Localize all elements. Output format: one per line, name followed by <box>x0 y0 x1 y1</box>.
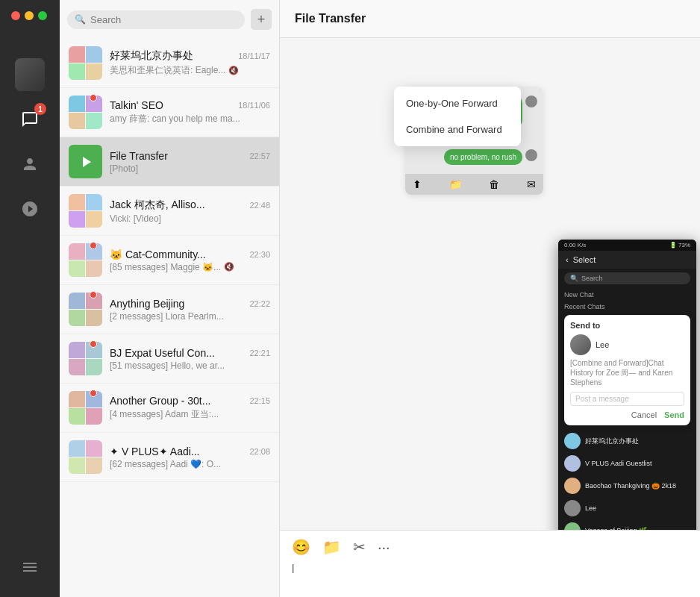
phone-status-bar: 0.00 K/s 🔋 73% <box>558 240 696 251</box>
user-avatar[interactable] <box>15 60 45 90</box>
chat-name-6: Anything Beijing <box>110 298 184 310</box>
search-input[interactable] <box>90 14 237 25</box>
chat-time-8: 22:15 <box>249 396 270 405</box>
chat-item-file-transfer[interactable]: File Transfer 22:57 [Photo] <box>60 137 279 187</box>
chat-info-4: Jack 柯杰奇, Alliso... 22:48 Vicki: [Video] <box>110 199 270 224</box>
chat-info-7: BJ Expat Useful Con... 22:21 [51 message… <box>110 347 270 371</box>
add-chat-button[interactable]: + <box>251 9 272 30</box>
chat-time-1: 18/11/17 <box>238 51 270 60</box>
msg-action-delete[interactable]: 🗑 <box>489 178 499 190</box>
chat-name-4: Jack 柯杰奇, Alliso... <box>110 199 205 212</box>
phone-status-text: 0.00 K/s <box>564 242 586 249</box>
page-title: File Transfer <box>295 12 366 25</box>
more-button[interactable]: ··· <box>378 539 390 556</box>
file-transfer-avatar <box>69 145 102 178</box>
chat-item-4[interactable]: Jack 柯杰奇, Alliso... 22:48 Vicki: [Video] <box>60 187 279 236</box>
send-to-dialog: Send to Lee [Combine and Forward]Chat Hi… <box>564 315 690 425</box>
bottom-toolbar: 😊 📁 ✂ ··· | <box>280 530 700 597</box>
phone-search-icon: 🔍 <box>570 275 578 282</box>
chat-time-2: 18/11/06 <box>238 101 270 110</box>
avatar-7 <box>69 342 102 375</box>
phone-battery: 🔋 73% <box>669 242 690 249</box>
chat-info-8: Another Group - 30t... 22:15 [4 messages… <box>110 395 270 421</box>
app-container: 1 🔍 <box>0 0 700 597</box>
chat-list-panel: 🔍 + 好莱坞北京办事处 18/11/17 美思和歪果仁说英语: <box>60 0 280 597</box>
phone-nav-label: Select <box>573 255 596 264</box>
avatar-6 <box>69 293 102 326</box>
avatar-8 <box>69 391 102 425</box>
send-to-cancel-button[interactable]: Cancel <box>631 410 657 419</box>
avatar-9 <box>69 440 102 474</box>
chat-item-8[interactable]: Another Group - 30t... 22:15 [4 messages… <box>60 384 279 433</box>
chat-item-9[interactable]: ✦ V PLUS✦ Aadi... 22:08 [62 messages] Aa… <box>60 433 279 482</box>
chat-name-5: 🐱 Cat-Community... <box>110 249 206 260</box>
phone-chat-item-4[interactable]: Lee <box>558 497 696 519</box>
msg-action-email[interactable]: ✉ <box>527 178 536 190</box>
file-transfer-icon-svg <box>77 153 95 171</box>
phone-search-placeholder: Search <box>581 275 603 282</box>
phone-screen-overlay: 0.00 K/s 🔋 73% ‹ Select 🔍 Search New Cha… <box>558 240 696 530</box>
phone-search-bar[interactable]: 🔍 Search <box>564 272 690 284</box>
phone-chat-name-2: V PLUS Aadi Guestlist <box>585 460 652 467</box>
chat-preview-4: Vicki: [Video] <box>110 213 161 224</box>
sidebar-item-contacts[interactable] <box>15 149 45 179</box>
chat-info-2: Talkin' SEO 18/11/06 amy 薛蔷: can you hel… <box>110 99 270 125</box>
phone-chat-item-5[interactable]: Vegans of Beijing 🌿 <box>558 519 696 530</box>
send-to-contact-row: Lee <box>570 334 684 355</box>
send-to-avatar <box>570 334 591 355</box>
folder-button[interactable]: 📁 <box>322 538 341 556</box>
traffic-lights <box>11 11 47 20</box>
chat-item-1[interactable]: 好莱坞北京办事处 18/11/17 美思和歪果仁说英语: Eagle... 🔇 <box>60 39 279 88</box>
phone-chat-list: 好莱坞北京办事处 V PLUS Aadi Guestlist Baochao T… <box>558 428 696 530</box>
main-content: File Transfer One-by-One Forward Combine… <box>280 0 700 597</box>
send-to-contact-name: Lee <box>596 340 609 349</box>
chat-info-9: ✦ V PLUS✦ Aadi... 22:08 [62 messages] Aa… <box>110 446 270 469</box>
phone-chat-item-3[interactable]: Baochao Thankgiving 🎃 2k18 <box>558 475 696 497</box>
chat-time-3: 22:57 <box>249 151 270 160</box>
chat-name-2: Talkin' SEO <box>110 99 163 111</box>
search-icon: 🔍 <box>75 14 86 25</box>
chat-item-2[interactable]: Talkin' SEO 18/11/06 amy 薛蔷: can you hel… <box>60 88 279 137</box>
send-to-description: [Combine and Forward]Chat History for Zo… <box>570 358 684 387</box>
forward-menu-item-one-by-one[interactable]: One-by-One Forward <box>394 90 521 116</box>
chat-item-6[interactable]: Anything Beijing 22:22 [2 messages] Lior… <box>60 285 279 334</box>
phone-back-arrow[interactable]: ‹ <box>566 255 569 264</box>
msg-action-share[interactable]: ⬆ <box>413 178 422 190</box>
unread-badge-7 <box>90 340 97 348</box>
mute-icon-1: 🔇 <box>228 66 239 75</box>
forward-menu-item-combine[interactable]: Combine and Forward <box>394 116 521 143</box>
unread-badge-6 <box>90 291 97 298</box>
forward-menu: One-by-One Forward Combine and Forward <box>394 87 521 146</box>
scissors-button[interactable]: ✂ <box>353 538 366 556</box>
chat-name-9: ✦ V PLUS✦ Aadi... <box>110 446 200 457</box>
icon-sidebar: 1 <box>0 0 60 597</box>
chat-preview-8: [4 messages] Adam 亚当:... <box>110 408 219 421</box>
maximize-button[interactable] <box>38 11 47 20</box>
chat-list: 好莱坞北京办事处 18/11/17 美思和歪果仁说英语: Eagle... 🔇 <box>60 39 279 597</box>
send-to-message-input[interactable]: Post a message <box>570 392 684 406</box>
main-header: File Transfer <box>280 0 700 38</box>
msg-action-folder[interactable]: 📁 <box>449 178 462 190</box>
phone-chat-item-2[interactable]: V PLUS Aadi Guestlist <box>558 452 696 475</box>
phone-nav-bar: ‹ Select <box>558 251 696 269</box>
phone-new-chat-label: New Chat <box>558 288 696 301</box>
emoji-button[interactable]: 😊 <box>292 538 310 556</box>
phone-chat-item-1[interactable]: 好莱坞北京办事处 <box>558 430 696 452</box>
search-bar[interactable]: 🔍 <box>67 10 245 29</box>
text-input-area[interactable]: | <box>292 562 688 577</box>
chat-item-7[interactable]: BJ Expat Useful Con... 22:21 [51 message… <box>60 334 279 384</box>
chat-preview-3: [Photo] <box>110 163 138 174</box>
sidebar-item-chats[interactable]: 1 <box>15 104 45 134</box>
chat-time-5: 22:30 <box>249 250 270 259</box>
send-to-send-button[interactable]: Send <box>664 410 684 419</box>
minimize-button[interactable] <box>25 11 34 20</box>
discover-icon <box>21 200 39 218</box>
sidebar-item-discover[interactable] <box>15 194 45 224</box>
chat-name-3: File Transfer <box>110 150 168 162</box>
close-button[interactable] <box>11 11 20 20</box>
sidebar-item-settings[interactable] <box>15 552 45 582</box>
chat-item-5[interactable]: 🐱 Cat-Community... 22:30 [85 messages] M… <box>60 236 279 285</box>
chat-name-1: 好莱坞北京办事处 <box>110 49 193 63</box>
sidebar-bottom <box>0 552 60 582</box>
mute-icon-5: 🔇 <box>224 262 234 272</box>
